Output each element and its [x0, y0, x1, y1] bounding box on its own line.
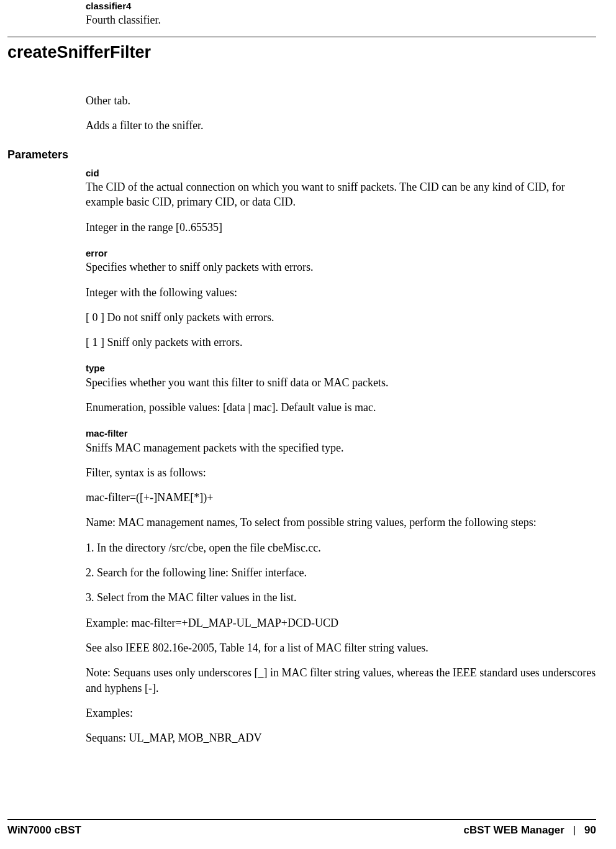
param-name-mac-filter: mac-filter [86, 427, 596, 440]
param-error-values-label: Integer with the following values: [86, 285, 596, 300]
param-type: type Specifies whether you want this fil… [86, 362, 596, 415]
footer-row: WiN7000 cBST cBST WEB Manager | 90 [7, 824, 596, 838]
param-mac-filter-step2: 2. Search for the following line: Sniffe… [86, 565, 596, 580]
param-name-cid: cid [86, 167, 596, 179]
param-mac-filter-syntax: mac-filter=([+-]NAME[*])+ [86, 490, 596, 505]
page-footer: WiN7000 cBST cBST WEB Manager | 90 [7, 819, 596, 838]
param-mac-filter-step3: 3. Select from the MAC filter values in … [86, 590, 596, 605]
param-mac-filter: mac-filter Sniffs MAC management packets… [86, 427, 596, 745]
param-error: error Specifies whether to sniff only pa… [86, 247, 596, 350]
section-divider [7, 37, 596, 37]
footer-page-number: 90 [584, 824, 596, 838]
param-mac-filter-example: Example: mac-filter=+DL_MAP-UL_MAP+DCD-U… [86, 615, 596, 630]
param-name-type: type [86, 362, 596, 375]
param-mac-filter-step1: 1. In the directory /src/cbe, open the f… [86, 540, 596, 555]
param-cid-desc: The CID of the actual connection on whic… [86, 179, 596, 210]
section-desc: Adds a filter to the sniffer. [86, 118, 596, 133]
param-cid: cid The CID of the actual connection on … [86, 167, 596, 235]
param-mac-filter-seealso: See also IEEE 802.16e-2005, Table 14, fo… [86, 640, 596, 655]
param-type-desc: Specifies whether you want this filter t… [86, 375, 596, 390]
footer-left: WiN7000 cBST [7, 824, 81, 838]
param-name-error: error [86, 247, 596, 260]
param-desc-classifier4: Fourth classifier. [86, 12, 596, 27]
footer-separator: | [573, 824, 576, 837]
param-mac-filter-syntax-label: Filter, syntax is as follows: [86, 465, 596, 480]
section-intro: Other tab. Adds a filter to the sniffer. [86, 93, 596, 134]
page: classifier4 Fourth classifier. createSni… [0, 0, 616, 849]
section-tab: Other tab. [86, 93, 596, 108]
param-mac-filter-note: Note: Sequans uses only underscores [_] … [86, 665, 596, 696]
param-mac-filter-name-desc: Name: MAC management names, To select fr… [86, 515, 596, 530]
footer-right: cBST WEB Manager | 90 [463, 824, 596, 838]
footer-doc-title: cBST WEB Manager [463, 824, 564, 838]
param-type-enum: Enumeration, possible values: [data | ma… [86, 400, 596, 415]
footer-divider [7, 819, 596, 820]
param-mac-filter-desc: Sniffs MAC management packets with the s… [86, 440, 596, 455]
param-error-desc: Specifies whether to sniff only packets … [86, 260, 596, 275]
param-error-value-0: [ 0 ] Do not sniff only packets with err… [86, 310, 596, 325]
section-title: createSnifferFilter [7, 41, 596, 63]
param-mac-filter-example-sequans: Sequans: UL_MAP, MOB_NBR_ADV [86, 730, 596, 745]
param-mac-filter-examples-label: Examples: [86, 706, 596, 720]
param-cid-range: Integer in the range [0..65535] [86, 220, 596, 235]
param-error-value-1: [ 1 ] Sniff only packets with errors. [86, 335, 596, 350]
parameters-heading: Parameters [7, 147, 596, 162]
intro-param: classifier4 Fourth classifier. [86, 0, 596, 28]
param-name-classifier4: classifier4 [86, 0, 596, 12]
